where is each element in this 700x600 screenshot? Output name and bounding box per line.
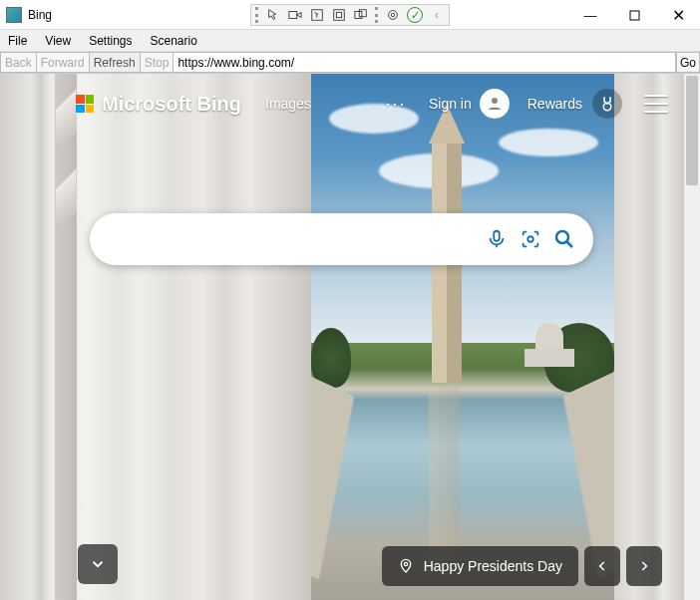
window-minimize-button[interactable]: —	[568, 0, 612, 30]
svg-rect-5	[359, 9, 366, 16]
search-icon[interactable]	[547, 222, 581, 256]
svg-point-7	[391, 13, 395, 17]
menu-file[interactable]: File	[8, 34, 27, 48]
window-close-button[interactable]: ✕	[656, 0, 700, 30]
more-menu-button[interactable]: ···	[381, 94, 411, 115]
window-titlebar: Bing ✓ ‹ — ✕	[0, 0, 700, 30]
nav-stop-button[interactable]: Stop	[140, 52, 175, 73]
address-bar[interactable]	[173, 52, 676, 73]
debug-toolbar: ✓ ‹	[250, 4, 450, 26]
svg-point-12	[527, 236, 533, 242]
window-title: Bing	[28, 8, 52, 22]
tool-status-ok-icon[interactable]: ✓	[405, 6, 425, 24]
location-pin-icon	[398, 558, 414, 574]
background-image	[0, 74, 684, 600]
nav-refresh-button[interactable]: Refresh	[89, 52, 141, 73]
nav-forward-button[interactable]: Forward	[36, 52, 90, 73]
svg-rect-2	[334, 9, 345, 20]
prev-image-button[interactable]	[584, 546, 620, 586]
image-info-bar: Happy Presidents Day	[382, 546, 662, 586]
tool-collapse-icon[interactable]: ‹	[427, 6, 447, 24]
menu-settings[interactable]: Settings	[89, 34, 132, 48]
search-box[interactable]	[90, 213, 593, 265]
rewards-label: Rewards	[527, 96, 582, 112]
tool-cursor-icon[interactable]	[263, 6, 283, 24]
rewards-medal-icon	[592, 89, 622, 119]
app-icon	[6, 7, 22, 23]
svg-point-14	[404, 562, 407, 565]
tool-target-icon[interactable]	[383, 6, 403, 24]
scroll-down-button[interactable]	[78, 544, 118, 584]
svg-rect-3	[336, 12, 341, 17]
avatar-icon	[480, 89, 510, 119]
rewards-button[interactable]: Rewards	[527, 89, 622, 119]
image-search-icon[interactable]	[514, 222, 547, 256]
browser-nav-bar: Back Forward Refresh Stop Go	[0, 52, 700, 74]
toolbar-separator	[375, 7, 379, 23]
svg-point-6	[389, 10, 398, 19]
tool-box-icon[interactable]	[329, 6, 349, 24]
toolbar-grip-icon	[255, 7, 259, 23]
bing-logo[interactable]: Microsoft Bing	[76, 93, 241, 116]
signin-button[interactable]: Sign in	[429, 89, 510, 119]
nav-go-button[interactable]: Go	[676, 52, 700, 73]
menu-view[interactable]: View	[45, 34, 71, 48]
next-image-button[interactable]	[626, 546, 662, 586]
tool-multibox-icon[interactable]	[351, 6, 371, 24]
nav-back-button[interactable]: Back	[0, 52, 37, 73]
svg-point-9	[492, 98, 498, 104]
image-caption-text: Happy Presidents Day	[424, 558, 562, 574]
svg-rect-0	[289, 11, 297, 18]
svg-rect-8	[630, 11, 639, 20]
svg-point-13	[556, 231, 568, 243]
site-header: Microsoft Bing Images ··· Sign in Reward…	[0, 84, 684, 124]
menu-scenario[interactable]: Scenario	[151, 34, 197, 48]
image-caption-button[interactable]: Happy Presidents Day	[382, 546, 578, 586]
window-maximize-button[interactable]	[612, 0, 656, 30]
nav-images-link[interactable]: Images	[265, 96, 311, 112]
page-content: Microsoft Bing Images ··· Sign in Reward…	[0, 74, 684, 600]
search-input[interactable]	[112, 230, 480, 248]
microsoft-logo-icon	[76, 95, 94, 113]
tool-record-icon[interactable]	[285, 6, 305, 24]
browser-viewport: Microsoft Bing Images ··· Sign in Reward…	[0, 74, 700, 600]
svg-rect-11	[494, 231, 500, 241]
hamburger-menu-button[interactable]	[644, 95, 668, 113]
tool-pointer-icon[interactable]	[307, 6, 327, 24]
scrollbar-thumb[interactable]	[686, 76, 698, 185]
bing-logo-text: Microsoft Bing	[102, 93, 241, 116]
vertical-scrollbar[interactable]	[684, 74, 700, 600]
svg-rect-4	[355, 11, 362, 18]
voice-search-icon[interactable]	[480, 222, 514, 256]
signin-label: Sign in	[429, 96, 472, 112]
menu-bar: File View Settings Scenario	[0, 30, 700, 52]
